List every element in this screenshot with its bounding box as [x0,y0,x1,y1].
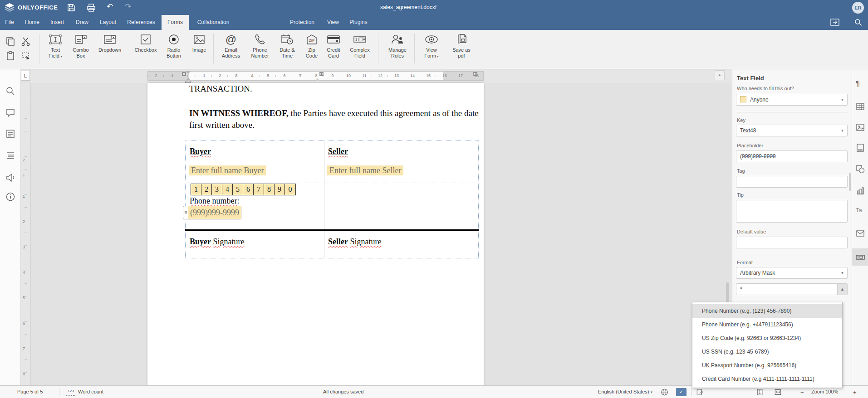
shape-settings-icon[interactable] [856,165,865,174]
digit-cell[interactable]: 1 [191,184,201,195]
manage-roles-button[interactable]: Manage Roles [384,32,411,67]
credit-card-button[interactable]: Credit Card [322,32,345,67]
table-settings-icon[interactable] [856,102,865,111]
redo-icon[interactable]: ↷ [123,2,133,11]
digit-cell[interactable]: 4 [222,184,233,195]
avatar[interactable]: ER [852,2,864,14]
tab-stop-selector[interactable]: L [21,71,30,81]
spell-check-toggle[interactable]: ✓ [676,388,687,396]
fit-page-icon[interactable] [756,388,764,396]
email-address-button[interactable]: @ Email Address [218,32,244,67]
collapse-toolbar-button[interactable]: ▲ [715,70,725,80]
doc-table[interactable]: Buyer Seller Enter full name Buyer Enter… [185,141,479,258]
vertical-ruler[interactable]: 211234567891011 [21,83,31,385]
buyer-name-field[interactable]: Enter full name Buyer [189,166,266,175]
tab-view[interactable]: View [322,15,344,30]
dropdown-button[interactable]: Dropdown [94,32,125,67]
comments-icon[interactable] [5,108,15,118]
role-select[interactable]: Anyone [736,94,848,106]
open-file-location-icon[interactable] [830,19,839,26]
date-time-button[interactable]: Date & Time [274,32,300,67]
feedback-icon[interactable] [5,173,15,183]
tab-home[interactable]: Home [21,15,44,30]
zoom-in-button[interactable]: + [853,389,857,396]
about-icon[interactable] [5,192,15,202]
view-form-button[interactable]: View Form [419,32,444,67]
word-count-label[interactable]: Word count [78,389,103,394]
document-workspace[interactable]: TRANSACTION. IN WITNESS WHEREOF, the Par… [31,83,732,385]
horizontal-ruler[interactable]: 21123456789101112131415161718 [31,69,732,83]
buyer-heading[interactable]: Buyer [190,147,211,156]
radio-button-button[interactable]: Radio Button [162,32,186,67]
phone-mask-field[interactable]: ☰ (999)999-9999 [183,206,241,219]
buyer-signature[interactable]: Buyer Signature [190,237,245,247]
checkbox-button[interactable]: Checkbox [130,32,162,67]
track-changes-icon[interactable] [696,388,704,396]
tab-protection[interactable]: Protection [285,15,319,30]
format-option[interactable]: US SSN (e.g. 123-45-6789) [692,345,842,359]
page-indicator[interactable]: Page 5 of 5 [17,389,43,394]
mask-combo-input[interactable]: *▲ [736,283,848,295]
digit-cell[interactable]: 8 [264,184,275,195]
document-language-icon[interactable] [661,388,668,396]
complex-field-button[interactable]: Complex Field [347,32,373,67]
tab-collaboration[interactable]: Collaboration [191,15,236,30]
digit-cell[interactable]: 2 [201,184,212,195]
seller-signature[interactable]: Seller Signature [328,237,381,247]
tab-references[interactable]: References [123,15,160,30]
search-icon[interactable] [854,19,863,26]
save-icon[interactable] [67,3,76,12]
tab-layout[interactable]: Layout [95,15,121,30]
format-select[interactable]: Arbitrary Mask [736,267,848,279]
digit-cell[interactable]: 6 [243,184,254,195]
format-option[interactable]: Phone Number (e.g. +447911123456) [692,318,842,331]
cut-icon[interactable] [21,36,31,46]
copy-icon[interactable] [5,36,15,46]
placeholder-input[interactable]: (999)999-9999 [736,150,848,162]
field-drag-handle[interactable]: ☰ [183,206,188,219]
paste-icon[interactable] [5,51,15,61]
form-settings-icon[interactable] [856,252,865,262]
format-option[interactable]: Credit Card Number (e.g 4111-1111-1111-1… [692,372,842,386]
combo-box-button[interactable]: Combo Box [68,32,93,67]
tag-input[interactable] [736,176,848,188]
print-icon[interactable] [87,3,96,12]
zoom-out-button[interactable]: − [800,389,804,396]
tab-draw[interactable]: Draw [71,15,93,30]
default-value-input[interactable] [736,237,848,248]
text-art-settings-icon[interactable]: Ta [856,207,865,216]
phone-number-label[interactable]: Phone number: [190,196,240,206]
seller-heading[interactable]: Seller [328,147,348,156]
text-field-button[interactable]: Text Field [43,32,68,67]
save-as-pdf-button[interactable]: Save as pdf [448,32,475,67]
seller-name-field[interactable]: Enter full name Seller [327,166,403,175]
table-column-handle[interactable] [319,72,324,76]
table-column-handle[interactable] [182,72,186,76]
tab-file[interactable]: File [0,15,19,30]
panel-scrollbar[interactable] [849,173,851,191]
tab-insert[interactable]: Insert [45,15,69,30]
tab-forms[interactable]: Forms [162,15,189,30]
digit-cell[interactable]: 3 [212,184,222,195]
hanging-indent-marker[interactable] [186,75,191,80]
digit-cell[interactable]: 9 [275,184,285,195]
format-option[interactable]: US Zip Code (e.g. 92663 or 92663-1234) [692,331,842,345]
mail-merge-icon[interactable] [856,229,865,238]
image-settings-icon[interactable] [856,123,865,132]
image-button[interactable]: Image [188,32,211,67]
tab-plugins[interactable]: Plugins [345,15,372,30]
header-footer-settings-icon[interactable] [856,143,865,152]
language-selector[interactable]: English (United States) ▾ [598,389,652,394]
headings-icon[interactable] [5,150,15,160]
doc-paragraph[interactable]: TRANSACTION. [189,84,252,94]
select-all-icon[interactable] [21,51,31,61]
digit-cell[interactable]: 0 [285,184,295,195]
digit-cell[interactable]: 5 [233,184,243,195]
chart-settings-icon[interactable] [856,186,865,195]
digit-cell[interactable]: 7 [254,184,264,195]
fit-width-icon[interactable] [774,388,782,396]
zip-code-button[interactable]: ZIP Zip Code [301,32,322,67]
paragraph-settings-icon[interactable]: ¶ [856,79,865,88]
phone-number-button[interactable]: Phone Number [247,32,273,67]
doc-paragraph[interactable]: IN WITNESS WHEREOF, the Parties have exe… [189,107,486,131]
